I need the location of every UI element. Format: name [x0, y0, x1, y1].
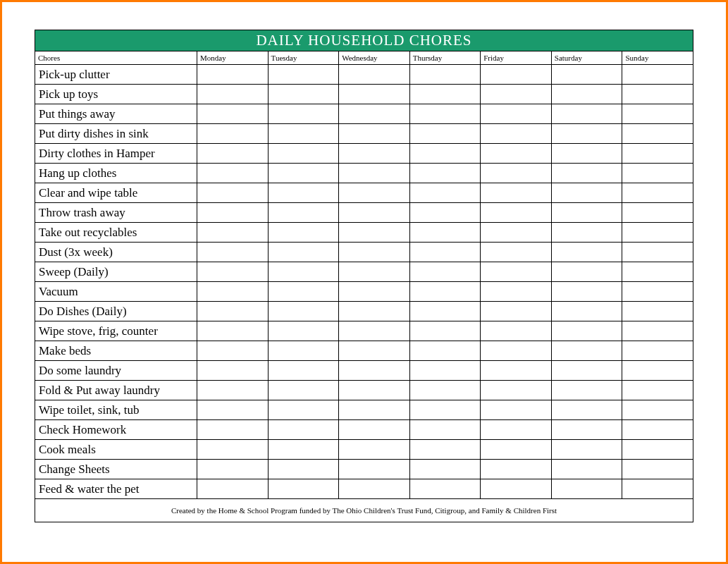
chore-day-cell[interactable] [551, 460, 622, 479]
chore-day-cell[interactable] [481, 460, 552, 479]
chore-day-cell[interactable] [409, 203, 481, 223]
chore-day-cell[interactable] [268, 282, 339, 302]
chore-day-cell[interactable] [551, 243, 622, 262]
chore-day-cell[interactable] [268, 460, 339, 479]
chore-day-cell[interactable] [409, 341, 481, 361]
chore-day-cell[interactable] [481, 223, 552, 243]
chore-day-cell[interactable] [409, 302, 481, 321]
chore-day-cell[interactable] [409, 223, 481, 243]
chore-day-cell[interactable] [268, 361, 339, 381]
chore-day-cell[interactable] [339, 420, 410, 440]
chore-day-cell[interactable] [339, 361, 410, 381]
chore-day-cell[interactable] [268, 440, 339, 460]
chore-day-cell[interactable] [551, 183, 622, 203]
chore-day-cell[interactable] [268, 262, 339, 282]
chore-day-cell[interactable] [551, 440, 622, 460]
chore-day-cell[interactable] [197, 361, 269, 381]
chore-day-cell[interactable] [197, 183, 269, 203]
chore-day-cell[interactable] [339, 460, 410, 479]
chore-day-cell[interactable] [197, 381, 269, 400]
chore-day-cell[interactable] [197, 302, 269, 321]
chore-day-cell[interactable] [197, 144, 269, 164]
chore-day-cell[interactable] [409, 104, 481, 124]
chore-day-cell[interactable] [339, 203, 410, 223]
chore-day-cell[interactable] [481, 420, 552, 440]
chore-day-cell[interactable] [481, 203, 552, 223]
chore-day-cell[interactable] [339, 282, 410, 302]
chore-day-cell[interactable] [197, 104, 269, 124]
chore-day-cell[interactable] [268, 104, 339, 124]
chore-day-cell[interactable] [622, 183, 693, 203]
chore-day-cell[interactable] [481, 65, 552, 85]
chore-day-cell[interactable] [481, 124, 552, 144]
chore-day-cell[interactable] [622, 243, 693, 262]
chore-day-cell[interactable] [409, 183, 481, 203]
chore-day-cell[interactable] [551, 124, 622, 144]
chore-day-cell[interactable] [481, 321, 552, 341]
chore-day-cell[interactable] [339, 85, 410, 104]
chore-day-cell[interactable] [268, 183, 339, 203]
chore-day-cell[interactable] [409, 164, 481, 183]
chore-day-cell[interactable] [622, 440, 693, 460]
chore-day-cell[interactable] [481, 479, 552, 499]
chore-day-cell[interactable] [481, 183, 552, 203]
chore-day-cell[interactable] [481, 282, 552, 302]
chore-day-cell[interactable] [339, 321, 410, 341]
chore-day-cell[interactable] [481, 400, 552, 420]
chore-day-cell[interactable] [268, 164, 339, 183]
chore-day-cell[interactable] [339, 124, 410, 144]
chore-day-cell[interactable] [339, 65, 410, 85]
chore-day-cell[interactable] [197, 400, 269, 420]
chore-day-cell[interactable] [481, 440, 552, 460]
chore-day-cell[interactable] [551, 144, 622, 164]
chore-day-cell[interactable] [339, 400, 410, 420]
chore-day-cell[interactable] [551, 341, 622, 361]
chore-day-cell[interactable] [268, 223, 339, 243]
chore-day-cell[interactable] [481, 381, 552, 400]
chore-day-cell[interactable] [197, 321, 269, 341]
chore-day-cell[interactable] [622, 164, 693, 183]
chore-day-cell[interactable] [551, 262, 622, 282]
chore-day-cell[interactable] [551, 302, 622, 321]
chore-day-cell[interactable] [551, 65, 622, 85]
chore-day-cell[interactable] [481, 104, 552, 124]
chore-day-cell[interactable] [339, 262, 410, 282]
chore-day-cell[interactable] [481, 243, 552, 262]
chore-day-cell[interactable] [197, 65, 269, 85]
chore-day-cell[interactable] [551, 361, 622, 381]
chore-day-cell[interactable] [481, 85, 552, 104]
chore-day-cell[interactable] [622, 85, 693, 104]
chore-day-cell[interactable] [268, 203, 339, 223]
chore-day-cell[interactable] [551, 479, 622, 499]
chore-day-cell[interactable] [268, 321, 339, 341]
chore-day-cell[interactable] [622, 144, 693, 164]
chore-day-cell[interactable] [551, 104, 622, 124]
chore-day-cell[interactable] [268, 381, 339, 400]
chore-day-cell[interactable] [551, 400, 622, 420]
chore-day-cell[interactable] [622, 282, 693, 302]
chore-day-cell[interactable] [409, 124, 481, 144]
chore-day-cell[interactable] [409, 361, 481, 381]
chore-day-cell[interactable] [197, 124, 269, 144]
chore-day-cell[interactable] [622, 262, 693, 282]
chore-day-cell[interactable] [622, 104, 693, 124]
chore-day-cell[interactable] [551, 223, 622, 243]
chore-day-cell[interactable] [409, 400, 481, 420]
chore-day-cell[interactable] [622, 460, 693, 479]
chore-day-cell[interactable] [197, 164, 269, 183]
chore-day-cell[interactable] [622, 479, 693, 499]
chore-day-cell[interactable] [197, 282, 269, 302]
chore-day-cell[interactable] [551, 203, 622, 223]
chore-day-cell[interactable] [481, 262, 552, 282]
chore-day-cell[interactable] [409, 420, 481, 440]
chore-day-cell[interactable] [481, 341, 552, 361]
chore-day-cell[interactable] [339, 183, 410, 203]
chore-day-cell[interactable] [197, 223, 269, 243]
chore-day-cell[interactable] [268, 85, 339, 104]
chore-day-cell[interactable] [339, 164, 410, 183]
chore-day-cell[interactable] [197, 460, 269, 479]
chore-day-cell[interactable] [551, 164, 622, 183]
chore-day-cell[interactable] [197, 341, 269, 361]
chore-day-cell[interactable] [197, 262, 269, 282]
chore-day-cell[interactable] [551, 85, 622, 104]
